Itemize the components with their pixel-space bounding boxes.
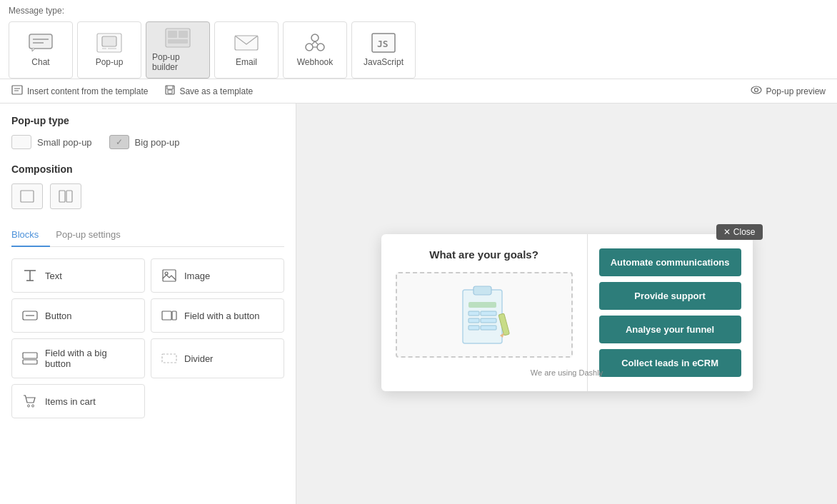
msg-type-email[interactable]: Email bbox=[214, 21, 279, 79]
svg-rect-45 bbox=[473, 286, 491, 295]
msg-type-popup[interactable]: Pop-up bbox=[77, 21, 141, 79]
insert-template-icon bbox=[11, 85, 23, 97]
svg-rect-33 bbox=[163, 270, 176, 281]
popup-preview-container: ✕ Close What are your goals? bbox=[381, 234, 753, 391]
popup-type-title: Pop-up type bbox=[11, 115, 284, 126]
footer-text: We are using bbox=[531, 368, 577, 377]
svg-rect-9 bbox=[179, 31, 188, 38]
save-template-label: Save as a template bbox=[179, 86, 253, 96]
block-items-cart-label: Items in cart bbox=[45, 396, 96, 407]
chat-label: Chat bbox=[31, 57, 49, 67]
popup-image-area bbox=[396, 272, 573, 358]
svg-point-12 bbox=[306, 44, 313, 51]
message-type-label: Message type: bbox=[9, 6, 828, 16]
svg-rect-37 bbox=[162, 311, 171, 320]
field-button-icon bbox=[161, 308, 177, 323]
answer-btn-0[interactable]: Automate communications bbox=[599, 248, 741, 276]
top-bar: Message type: Chat bbox=[0, 0, 837, 79]
msg-type-javascript[interactable]: JS JavaScript bbox=[351, 21, 416, 79]
tab-popup-settings[interactable]: Pop-up settings bbox=[56, 223, 131, 247]
small-popup-label: Small pop-up bbox=[37, 137, 92, 148]
msg-type-webhook[interactable]: Webhook bbox=[283, 21, 347, 79]
small-popup-option[interactable]: Small pop-up bbox=[11, 135, 92, 149]
main-layout: Pop-up type Small pop-up ✓ Big pop-up Co… bbox=[0, 104, 837, 504]
svg-point-26 bbox=[754, 89, 758, 92]
svg-rect-50 bbox=[481, 318, 496, 323]
block-image[interactable]: Image bbox=[151, 258, 284, 293]
close-preview-button[interactable]: ✕ Close bbox=[716, 224, 763, 240]
svg-rect-47 bbox=[468, 311, 479, 316]
image-icon bbox=[161, 268, 177, 283]
chat-icon bbox=[28, 33, 54, 53]
composition-options bbox=[11, 183, 284, 209]
svg-line-15 bbox=[312, 41, 315, 44]
svg-rect-28 bbox=[59, 191, 65, 202]
block-items-cart[interactable]: Items in cart bbox=[11, 384, 145, 418]
tab-blocks[interactable]: Blocks bbox=[11, 223, 50, 247]
popup-left-side: What are your goals? bbox=[381, 234, 588, 391]
right-panel: ✕ Close What are your goals? bbox=[296, 104, 837, 504]
preview-button[interactable]: Pop-up preview bbox=[751, 86, 826, 96]
popup-type-section: Pop-up type Small pop-up ✓ Big pop-up bbox=[11, 115, 284, 149]
popup-builder-icon bbox=[165, 28, 191, 48]
email-label: Email bbox=[236, 57, 257, 67]
msg-type-chat[interactable]: Chat bbox=[9, 21, 73, 79]
svg-rect-41 bbox=[162, 354, 176, 363]
block-image-label: Image bbox=[184, 271, 210, 281]
tabs-row: Blocks Pop-up settings bbox=[11, 223, 284, 247]
svg-rect-27 bbox=[21, 191, 34, 202]
svg-point-42 bbox=[28, 405, 30, 407]
popup-label: Pop-up bbox=[96, 57, 124, 67]
block-divider[interactable]: Divider bbox=[151, 338, 284, 378]
svg-rect-51 bbox=[468, 326, 479, 330]
field-big-button-icon bbox=[22, 351, 38, 366]
preview-label: Pop-up preview bbox=[766, 86, 826, 96]
dashly-footer: We are using Dashly bbox=[531, 368, 603, 377]
block-field-button[interactable]: Field with a button bbox=[151, 298, 284, 333]
popup-builder-label: Pop-up builder bbox=[152, 52, 204, 72]
svg-rect-46 bbox=[468, 302, 496, 308]
svg-point-14 bbox=[311, 34, 319, 41]
svg-rect-4 bbox=[102, 36, 116, 46]
composition-two-col[interactable] bbox=[50, 183, 81, 209]
block-divider-label: Divider bbox=[184, 353, 213, 364]
save-template-button[interactable]: Save as a template bbox=[165, 85, 253, 97]
block-text[interactable]: Text bbox=[11, 258, 145, 293]
svg-rect-10 bbox=[168, 39, 188, 44]
big-popup-radio: ✓ bbox=[109, 135, 129, 149]
small-popup-radio bbox=[11, 135, 31, 149]
composition-title: Composition bbox=[11, 163, 284, 175]
svg-rect-40 bbox=[23, 360, 37, 364]
svg-rect-49 bbox=[468, 318, 479, 323]
answer-btn-2[interactable]: Analyse your funnel bbox=[599, 316, 741, 343]
answer-btn-1[interactable]: Provide support bbox=[599, 282, 741, 310]
popup-right-side: Automate communications Provide support … bbox=[588, 234, 753, 391]
block-button[interactable]: Button bbox=[11, 298, 145, 333]
javascript-icon: JS bbox=[371, 33, 396, 53]
popup-type-options: Small pop-up ✓ Big pop-up bbox=[11, 135, 284, 149]
popup-card: What are your goals? bbox=[381, 234, 753, 391]
close-label: Close bbox=[733, 227, 756, 237]
javascript-label: JavaScript bbox=[364, 57, 404, 67]
big-popup-label: Big pop-up bbox=[135, 137, 180, 148]
msg-type-popup-builder[interactable]: Pop-up builder bbox=[146, 21, 210, 79]
svg-text:JS: JS bbox=[377, 39, 389, 49]
svg-line-16 bbox=[315, 41, 318, 44]
save-template-icon bbox=[165, 85, 175, 97]
block-button-label: Button bbox=[45, 311, 72, 321]
composition-single[interactable] bbox=[11, 183, 43, 209]
svg-rect-52 bbox=[481, 326, 496, 330]
insert-template-button[interactable]: Insert content from the template bbox=[11, 85, 148, 97]
block-field-big-button-label: Field with a big button bbox=[45, 348, 134, 369]
block-text-label: Text bbox=[45, 271, 62, 281]
big-popup-option[interactable]: ✓ Big pop-up bbox=[109, 135, 180, 149]
answer-btn-3[interactable]: Collect leads in eCRM bbox=[599, 349, 741, 377]
checkmark-icon: ✓ bbox=[116, 137, 123, 147]
block-field-big-button[interactable]: Field with a big button bbox=[11, 338, 145, 378]
email-icon bbox=[234, 33, 259, 53]
divider-icon bbox=[161, 351, 177, 366]
svg-rect-38 bbox=[172, 311, 176, 320]
svg-rect-8 bbox=[168, 31, 177, 38]
toolbar: Insert content from the template Save as… bbox=[0, 79, 837, 104]
svg-point-43 bbox=[32, 405, 34, 407]
